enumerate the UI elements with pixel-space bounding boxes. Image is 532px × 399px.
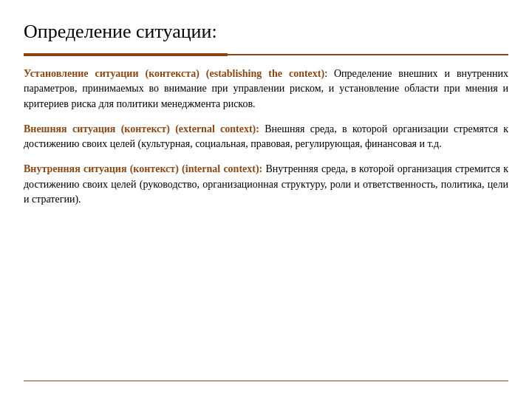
bottom-divider — [24, 381, 508, 382]
term-establishing-context: Установление ситуации (контекста) (estab… — [24, 68, 324, 79]
term-external-context: Внешняя ситуация (контекст) (external co… — [24, 123, 259, 134]
block-internal-context: Внутренняя ситуация (контекст) (internal… — [24, 162, 508, 207]
block-external-context: Внешняя ситуация (контекст) (external co… — [24, 122, 508, 152]
top-divider — [24, 53, 508, 56]
page: Определение ситуации: Установление ситуа… — [0, 0, 532, 399]
page-title: Определение ситуации: — [24, 21, 508, 43]
block-establishing-context: Установление ситуации (контекста) (estab… — [24, 66, 508, 112]
term-internal-context: Внутренняя ситуация (контекст) (internal… — [24, 163, 262, 174]
divider-line-segment — [228, 54, 508, 55]
divider-brown-segment — [24, 53, 228, 56]
